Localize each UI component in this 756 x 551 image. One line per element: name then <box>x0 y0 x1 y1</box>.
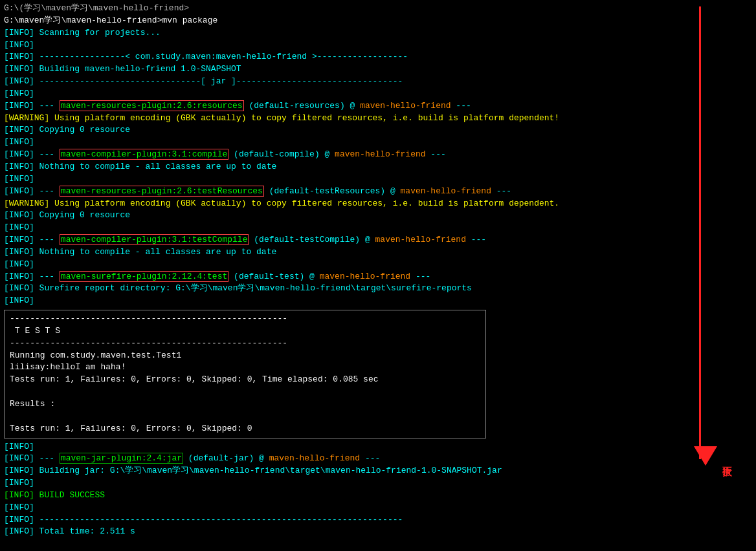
tests-separator2: ----------------------------------------… <box>10 338 480 350</box>
tests-blank2 <box>10 411 480 423</box>
line-plugin-testresources: [INFO] --- maven-resources-plugin:2.6:te… <box>4 186 752 198</box>
line-info7: [INFO] <box>4 295 752 307</box>
tests-result2: Tests run: 1, Failures: 0, Errors: 0, Sk… <box>10 423 480 435</box>
plugin-testresources-box: maven-resources-plugin:2.6:testResources <box>60 186 264 197</box>
tests-separator1: ----------------------------------------… <box>10 313 480 325</box>
line-separator-end: [INFO] ---------------------------------… <box>4 514 752 526</box>
plugin-jar-box: maven-jar-plugin:2.4:jar <box>60 453 183 464</box>
plugin-resources-box: maven-resources-plugin:2.6:resources <box>60 100 244 111</box>
tests-result1: Tests run: 1, Failures: 0, Errors: 0, Sk… <box>10 374 480 386</box>
line-building: [INFO] Building maven-hello-friend 1.0-S… <box>4 63 752 76</box>
line-info6: [INFO] <box>4 259 752 271</box>
execution-arrow-container: 依次执行下 <box>672 0 737 551</box>
line-warning2: [WARNING] Using platform encoding (GBK a… <box>4 198 752 210</box>
line-build-success: [INFO] BUILD SUCCESS <box>4 490 752 502</box>
line-path1: G:\(学习\maven学习\maven-hello-friend> <box>4 3 752 15</box>
plugin-testcompile-box: maven-compiler-plugin:3.1:testCompile <box>60 234 249 245</box>
line-nothing1: [INFO] Nothing to compile - all classes … <box>4 161 752 173</box>
line-info3: [INFO] <box>4 136 752 149</box>
line-info8: [INFO] <box>4 441 752 453</box>
tests-output: lilisay:helloI am haha! <box>10 362 480 374</box>
line-info1: [INFO] <box>4 39 752 52</box>
plugin-surefire-box: maven-surefire-plugin:2.12.4:test <box>60 271 228 282</box>
line-info5: [INFO] <box>4 222 752 234</box>
tests-results-label: Results : <box>10 398 480 411</box>
line-building-jar: [INFO] Building jar: G:\学习\maven学习\maven… <box>4 465 752 477</box>
line-copying2: [INFO] Copying 0 resource <box>4 210 752 222</box>
tests-title: T E S T S <box>10 325 480 338</box>
tests-running: Running com.study.maven.test.Test1 <box>10 350 480 362</box>
arrow-head <box>694 446 717 466</box>
line-plugin-testcompile: [INFO] --- maven-compiler-plugin:3.1:tes… <box>4 234 752 246</box>
tests-output-box: ----------------------------------------… <box>4 310 486 438</box>
line-plugin-jar: [INFO] --- maven-jar-plugin:2.4:jar (def… <box>4 453 752 465</box>
line-info4: [INFO] <box>4 173 752 186</box>
line-plugin-surefire: [INFO] --- maven-surefire-plugin:2.12.4:… <box>4 271 752 283</box>
line-info10: [INFO] <box>4 502 752 514</box>
line-surefire-report: [INFO] Surefire report directory: G:\学习\… <box>4 283 752 295</box>
line-plugin-compile: [INFO] --- maven-compiler-plugin:3.1:com… <box>4 149 752 161</box>
line-info2: [INFO] <box>4 88 752 100</box>
line-scanning: [INFO] Scanning for projects... <box>4 27 752 39</box>
plugin-compile-box: maven-compiler-plugin:3.1:compile <box>60 149 228 160</box>
line-separator1: [INFO] -----------------< com.study.mave… <box>4 51 752 63</box>
arrow-line <box>699 6 701 459</box>
terminal: G:\(学习\maven学习\maven-hello-friend> G:\ma… <box>0 0 756 541</box>
line-nothing2: [INFO] Nothing to compile - all classes … <box>4 246 752 259</box>
line-warning1: [WARNING] Using platform encoding (GBK a… <box>4 113 752 125</box>
line-copying1: [INFO] Copying 0 resource <box>4 124 752 136</box>
line-total-time: [INFO] Total time: 2.511 s <box>4 526 752 538</box>
tests-blank1 <box>10 386 480 398</box>
line-cmd: G:\maven学习\maven-hello-friend>mvn packag… <box>4 15 752 27</box>
line-plugin-resources: [INFO] --- maven-resources-plugin:2.6:re… <box>4 100 752 113</box>
line-info9: [INFO] <box>4 477 752 490</box>
line-jar: [INFO] --------------------------------[… <box>4 76 752 88</box>
